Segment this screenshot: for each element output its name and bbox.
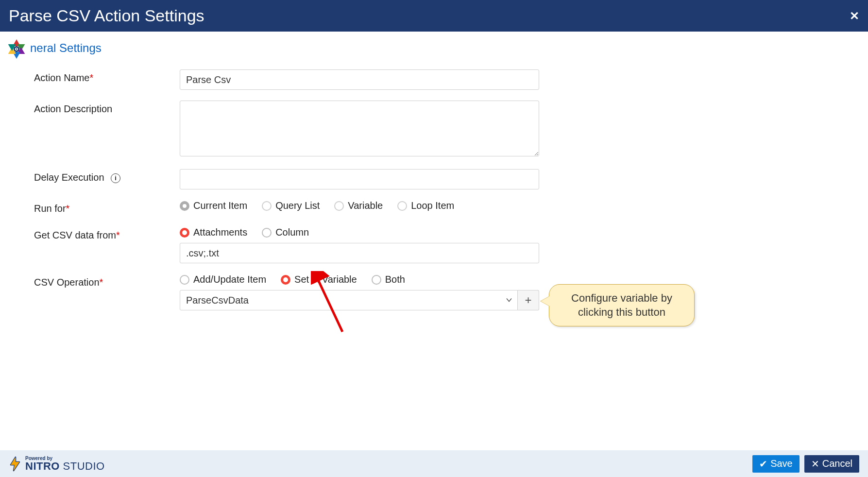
- app-logo-icon: [5, 37, 28, 63]
- cancel-button[interactable]: ✕Cancel: [804, 455, 859, 473]
- radio-set-in-variable[interactable]: Set in Variable: [281, 274, 357, 285]
- form: Action Name* Action Description Delay Ex…: [34, 69, 868, 310]
- close-icon[interactable]: ✕: [850, 9, 859, 23]
- delay-execution-input[interactable]: [180, 169, 539, 189]
- callout-annotation: Configure variable by clicking this butt…: [549, 284, 695, 326]
- label-csv-operation: CSV Operation*: [34, 274, 180, 288]
- label-delay-execution: Delay Execution i: [34, 169, 180, 183]
- label-action-description: Action Description: [34, 101, 180, 115]
- title-bar: Parse CSV Action Settings ✕: [0, 0, 868, 32]
- footer: Powered by NITRO STUDIO ✔Save ✕Cancel: [0, 450, 868, 477]
- action-description-textarea[interactable]: [180, 101, 539, 156]
- radio-both[interactable]: Both: [372, 274, 405, 285]
- close-icon: ✕: [811, 458, 819, 470]
- brand-logo: Powered by NITRO STUDIO: [9, 456, 105, 472]
- row-csv-operation: CSV Operation* Add/Update Item Set in Va…: [34, 274, 868, 310]
- radio-query-list[interactable]: Query List: [262, 200, 320, 211]
- row-action-description: Action Description: [34, 101, 868, 158]
- row-run-for: Run for* Current Item Query List Variabl…: [34, 200, 868, 216]
- action-name-input[interactable]: [180, 69, 539, 90]
- section-title: neral Settings: [30, 41, 868, 55]
- row-get-csv: Get CSV data from* Attachments Column: [34, 227, 868, 263]
- radio-loop-item[interactable]: Loop Item: [397, 200, 454, 211]
- content-area: neral Settings Action Name* Action Descr…: [0, 32, 868, 310]
- radio-attachments[interactable]: Attachments: [180, 227, 247, 238]
- label-run-for: Run for*: [34, 200, 180, 214]
- dialog-title: Parse CSV Action Settings: [9, 6, 204, 25]
- radio-current-item[interactable]: Current Item: [180, 200, 247, 211]
- add-variable-button[interactable]: +: [518, 290, 539, 310]
- row-delay-execution: Delay Execution i: [34, 169, 868, 189]
- save-button[interactable]: ✔Save: [752, 455, 800, 473]
- radio-variable[interactable]: Variable: [334, 200, 383, 211]
- check-icon: ✔: [759, 458, 767, 470]
- label-action-name: Action Name*: [34, 69, 180, 84]
- row-action-name: Action Name*: [34, 69, 868, 90]
- radio-column[interactable]: Column: [262, 227, 309, 238]
- chevron-down-icon: [506, 295, 512, 306]
- svg-point-2: [16, 49, 17, 50]
- file-types-input[interactable]: [180, 243, 539, 263]
- variable-select[interactable]: ParseCsvData: [180, 290, 518, 310]
- radio-add-update[interactable]: Add/Update Item: [180, 274, 266, 285]
- bolt-icon: [9, 456, 21, 472]
- label-get-csv: Get CSV data from*: [34, 227, 180, 241]
- info-icon[interactable]: i: [111, 173, 120, 183]
- plus-icon: +: [525, 293, 531, 307]
